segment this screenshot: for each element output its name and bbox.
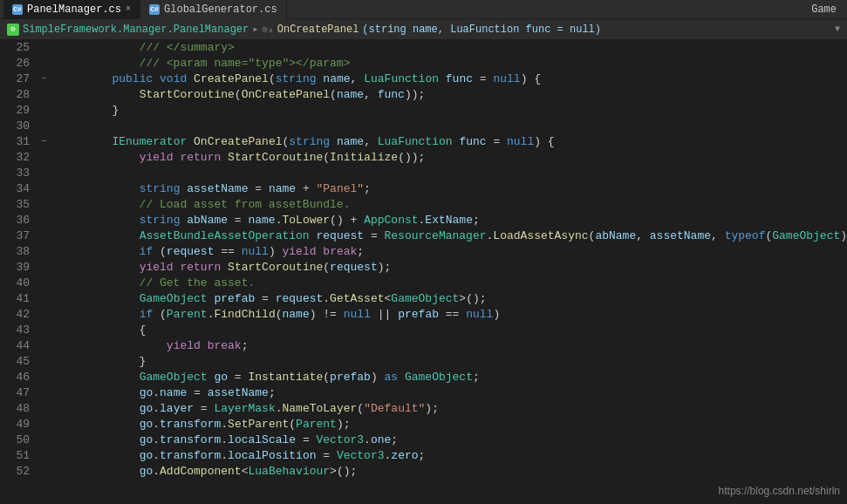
breadcrumb-method[interactable]: OnCreatePanel: [277, 24, 359, 36]
line-num-37: 37: [0, 228, 37, 244]
line-33: 33: [0, 166, 847, 181]
class-icon: ⚙: [7, 24, 19, 36]
line-num-41: 41: [0, 291, 37, 307]
line-43: 43 {: [0, 323, 847, 338]
code-27: public void CreatePanel(string name, Lua…: [54, 72, 847, 87]
code-34: string assetName = name + "Panel";: [54, 181, 847, 197]
line-38: 38 if (request == null) yield break;: [0, 244, 847, 260]
code-46: GameObject go = Instantiate(prefab) as G…: [54, 370, 847, 385]
line-num-31: 31: [0, 134, 37, 150]
line-num-43: 43: [0, 323, 37, 338]
code-26: /// <param name="type"></param>: [54, 56, 847, 72]
line-44: 44 yield break;: [0, 338, 847, 354]
line-26: 26 /// <param name="type"></param>: [0, 56, 847, 72]
tab-panelmanager-label: PanelManager.cs: [27, 3, 121, 16]
line-31: 31 − IEnumerator OnCreatePanel(string na…: [0, 134, 847, 150]
line-num-46: 46: [0, 370, 37, 385]
code-28: StartCoroutine(OnCreatePanel(name, func)…: [54, 87, 847, 103]
cs-file-icon: C#: [12, 4, 23, 15]
code-49: go.transform.SetParent(Parent);: [54, 417, 847, 432]
game-label: Game: [811, 3, 844, 16]
code-35: // Load asset from assetBundle.: [54, 197, 847, 213]
line-num-52: 52: [0, 464, 37, 480]
code-42: if (Parent.FindChild(name) != null || pr…: [54, 307, 847, 323]
line-num-40: 40: [0, 276, 37, 291]
line-num-51: 51: [0, 448, 37, 464]
line-num-26: 26: [0, 56, 37, 72]
line-45: 45 }: [0, 354, 847, 370]
line-37: 37 AssetBundleAssetOperation request = R…: [0, 228, 847, 244]
code-39: yield return StartCoroutine(request);: [54, 260, 847, 276]
line-34: 34 string assetName = name + "Panel";: [0, 181, 847, 197]
line-num-48: 48: [0, 401, 37, 417]
code-29: }: [54, 103, 847, 119]
line-30: 30: [0, 119, 847, 134]
code-36: string abName = name.ToLower() + AppCons…: [54, 213, 847, 228]
line-num-30: 30: [0, 119, 37, 134]
line-num-39: 39: [0, 260, 37, 276]
line-52: 52 go.AddComponent<LuaBehaviour>();: [0, 464, 847, 480]
code-41: GameObject prefab = request.GetAsset<Gam…: [54, 291, 847, 307]
line-28: 28 StartCoroutine(OnCreatePanel(name, fu…: [0, 87, 847, 103]
line-42: 42 if (Parent.FindChild(name) != null ||…: [0, 307, 847, 323]
line-num-27: 27: [0, 72, 37, 87]
code-31: IEnumerator OnCreatePanel(string name, L…: [54, 134, 847, 150]
tab-panelmanager[interactable]: C# PanelManager.cs ×: [3, 0, 140, 19]
line-num-36: 36: [0, 213, 37, 228]
line-46: 46 GameObject go = Instantiate(prefab) a…: [0, 370, 847, 385]
line-39: 39 yield return StartCoroutine(request);: [0, 260, 847, 276]
line-50: 50 go.transform.localScale = Vector3.one…: [0, 432, 847, 448]
line-25: 25 /// </summary>: [0, 40, 847, 56]
watermark: https://blog.csdn.net/shirln: [719, 485, 840, 497]
breadcrumb-dropdown[interactable]: ▼: [835, 24, 840, 34]
breadcrumb-bar: ⚙ SimpleFramework.Manager.PanelManager ▸…: [0, 19, 847, 40]
breadcrumb-sep: ▸: [252, 23, 258, 36]
code-44: yield break;: [54, 338, 847, 354]
line-num-35: 35: [0, 197, 37, 213]
line-29: 29 }: [0, 103, 847, 119]
line-27: 27 − public void CreatePanel(string name…: [0, 72, 847, 87]
line-num-47: 47: [0, 385, 37, 401]
line-48: 48 go.layer = LayerMask.NameToLayer("Def…: [0, 401, 847, 417]
line-num-38: 38: [0, 244, 37, 260]
cs-file-icon-2: C#: [149, 4, 160, 15]
line-41: 41 GameObject prefab = request.GetAsset<…: [0, 291, 847, 307]
breadcrumb-params: (string name, LuaFunction func = null): [362, 24, 601, 36]
code-51: go.transform.localPosition = Vector3.zer…: [54, 448, 847, 464]
breadcrumb-method-icon: ⊙ₐ: [262, 24, 273, 35]
line-40: 40 // Get the asset.: [0, 276, 847, 291]
line-51: 51 go.transform.localPosition = Vector3.…: [0, 448, 847, 464]
code-47: go.name = assetName;: [54, 385, 847, 401]
line-32: 32 yield return StartCoroutine(Initializ…: [0, 150, 847, 166]
line-num-50: 50: [0, 432, 37, 448]
line-num-49: 49: [0, 417, 37, 432]
breadcrumb-path[interactable]: SimpleFramework.Manager.PanelManager: [23, 24, 249, 36]
line-num-45: 45: [0, 354, 37, 370]
line-num-25: 25: [0, 40, 37, 56]
line-35: 35 // Load asset from assetBundle.: [0, 197, 847, 213]
line-47: 47 go.name = assetName;: [0, 385, 847, 401]
line-num-44: 44: [0, 338, 37, 354]
code-38: if (request == null) yield break;: [54, 244, 847, 260]
line-num-42: 42: [0, 307, 37, 323]
code-30: [54, 119, 847, 134]
code-43: {: [54, 323, 847, 338]
tab-globalgenerator-label: GlobalGenerator.cs: [164, 3, 277, 16]
gutter-27[interactable]: −: [37, 72, 51, 87]
gutter-31[interactable]: −: [37, 134, 51, 150]
code-editor: 25 /// </summary> 26 /// <param name="ty…: [0, 40, 847, 504]
title-bar: C# PanelManager.cs × C# GlobalGenerator.…: [0, 0, 847, 19]
code-32: yield return StartCoroutine(Initialize()…: [54, 150, 847, 166]
code-50: go.transform.localScale = Vector3.one;: [54, 432, 847, 448]
code-37: AssetBundleAssetOperation request = Reso…: [54, 228, 847, 244]
tab-panelmanager-close[interactable]: ×: [126, 4, 131, 14]
code-25: /// </summary>: [54, 40, 847, 56]
code-52: go.AddComponent<LuaBehaviour>();: [54, 464, 847, 480]
code-40: // Get the asset.: [54, 276, 847, 291]
line-num-28: 28: [0, 87, 37, 103]
tab-globalgenerator[interactable]: C# GlobalGenerator.cs: [140, 0, 287, 19]
line-num-34: 34: [0, 181, 37, 197]
code-48: go.layer = LayerMask.NameToLayer("Defaul…: [54, 401, 847, 417]
code-45: }: [54, 354, 847, 370]
code-33: [54, 166, 847, 181]
